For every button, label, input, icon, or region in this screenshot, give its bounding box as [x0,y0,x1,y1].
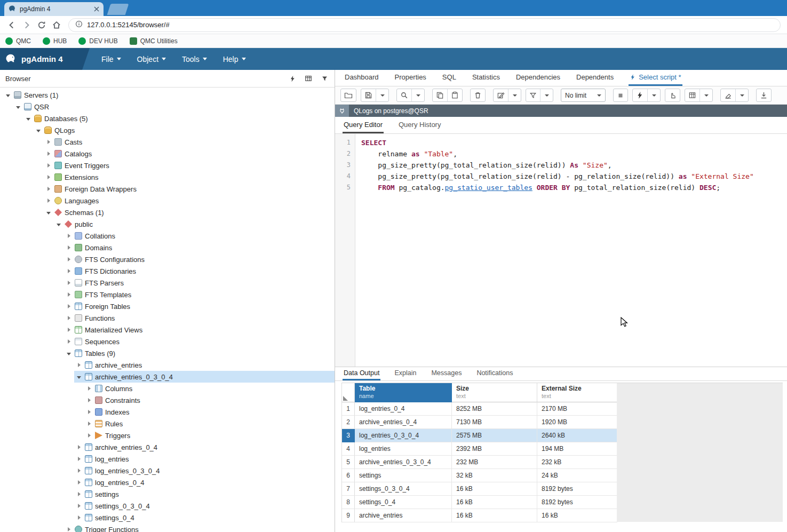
grid-row[interactable]: 5archive_entries_0_3_0_4232 MB232 kB [342,456,617,469]
chevron-down-icon[interactable] [4,91,12,99]
chevron-right-icon[interactable] [65,303,73,311]
chevron-right-icon[interactable] [45,162,53,170]
tree-item-foreign-data-wrappers[interactable]: Foreign Data Wrappers [0,183,335,195]
filter-options-caret[interactable] [540,89,553,101]
chevron-right-icon[interactable] [65,338,73,346]
tree-item-columns[interactable]: Columns [0,383,335,394]
tree-item-constraints[interactable]: Constraints [0,394,335,406]
grid-cell[interactable]: 232 kB [537,456,617,469]
column-header-external-size[interactable]: External Sizetext [537,383,617,402]
new-tab-button[interactable] [107,4,129,15]
grid-row[interactable]: 7settings_0_3_0_416 kB8192 bytes [342,482,617,496]
chevron-right-icon[interactable] [75,502,83,510]
tree-item-materialized-views[interactable]: Materialized Views [0,324,335,336]
grid-cell[interactable]: 32 kB [452,469,537,482]
forward-icon[interactable] [19,18,34,33]
grid-cell[interactable]: 232 MB [452,456,537,469]
select-all-corner[interactable] [342,383,355,402]
grid-cell[interactable]: 16 kB [452,509,537,522]
chevron-right-icon[interactable] [45,150,53,158]
chevron-down-icon[interactable] [45,209,53,217]
clear-button[interactable] [721,89,735,101]
grid-cell[interactable]: 16 kB [452,482,537,496]
tree-item-fts-dictionaries[interactable]: FTS Dictionaries [0,265,335,277]
query-tool-icon[interactable] [288,74,297,83]
tree-item-archive-entries-0-3-0-4[interactable]: archive_entries_0_3_0_4 [0,371,335,383]
chevron-right-icon[interactable] [65,256,73,264]
tree-item-settings-0-3-0-4[interactable]: settings_0_3_0_4 [0,500,335,512]
menu-tools[interactable]: Tools [182,55,207,63]
tree-item-databases-5[interactable]: Databases (5) [0,113,335,124]
tree-item-extensions[interactable]: Extensions [0,171,335,183]
sql-code[interactable]: 1SELECT2 relname as "Table",3 pg_size_pr… [335,134,787,367]
chevron-right-icon[interactable] [85,408,93,416]
tab-messages[interactable]: Messages [430,367,463,380]
edit-menu-button[interactable] [494,89,508,101]
tab-data-output[interactable]: Data Output [343,367,380,380]
tree-item-archive-entries-0-4[interactable]: archive_entries_0_4 [0,441,335,453]
find-options-caret[interactable] [411,89,424,101]
open-file-button[interactable] [341,89,356,101]
copy-button[interactable] [433,89,447,101]
tree-item-languages[interactable]: Languages [0,195,335,207]
cancel-query-button[interactable] [614,89,627,101]
row-number[interactable]: 5 [342,456,355,469]
menu-help[interactable]: Help [223,55,246,63]
browser-tab[interactable]: pgAdmin 4 [4,2,104,16]
chevron-down-icon[interactable] [25,115,33,123]
download-csv-button[interactable] [757,89,771,101]
chevron-right-icon[interactable] [85,432,93,440]
tree-item-schemas-1[interactable]: Schemas (1) [0,207,335,218]
row-number[interactable]: 4 [342,442,355,456]
bookmark-qmc[interactable]: QMC [5,37,31,45]
tree-item-public[interactable]: public [0,218,335,230]
execute-options-caret[interactable] [647,89,660,101]
tree-item-servers-1[interactable]: Servers (1) [0,89,335,101]
tab-select-script[interactable]: Select script * [629,70,682,86]
tab-notifications[interactable]: Notifications [475,367,514,380]
grid-cell[interactable]: archive_entries [355,509,452,522]
edit-options-caret[interactable] [508,89,521,101]
grid-cell[interactable]: 7130 MB [452,416,537,429]
info-icon[interactable] [75,20,83,30]
grid-cell[interactable]: 8252 MB [452,402,537,416]
tree-item-collations[interactable]: Collations [0,230,335,242]
reload-icon[interactable] [34,18,49,33]
find-button[interactable] [397,89,411,101]
row-number[interactable]: 6 [342,469,355,482]
grid-cell[interactable]: 2392 MB [452,442,537,456]
chevron-right-icon[interactable] [65,526,73,532]
tab-dashboard[interactable]: Dashboard [344,70,380,86]
sql-editor[interactable]: 1SELECT2 relname as "Table",3 pg_size_pr… [335,134,787,367]
tree-item-settings[interactable]: settings [0,488,335,500]
chevron-right-icon[interactable] [65,314,73,322]
view-data-icon[interactable] [304,74,313,83]
grid-row[interactable]: 1log_entries_0_48252 MB2170 MB [342,402,617,416]
chevron-right-icon[interactable] [75,361,83,369]
grid-cell[interactable]: 16 kB [537,509,617,522]
tree-item-tables-9[interactable]: Tables (9) [0,347,335,359]
tree-item-qsr[interactable]: QSR [0,101,335,113]
bookmark-qmc-utilities[interactable]: QMC Utilities [130,37,178,45]
tree-item-archive-entries[interactable]: archive_entries [0,359,335,371]
address-bar[interactable]: 127.0.0.1:52145/browser/# [68,18,781,32]
tab-dependents[interactable]: Dependents [575,70,615,86]
limit-select[interactable]: No limit [561,89,606,102]
menu-object[interactable]: Object [137,55,166,63]
grid-row[interactable]: 3log_entries_0_3_0_42575 MB2640 kB [342,429,617,442]
chevron-right-icon[interactable] [85,385,93,393]
paste-button[interactable] [447,89,462,101]
close-tab-icon[interactable] [94,6,99,12]
delete-button[interactable] [471,89,485,101]
tree-item-log-entries-0-4[interactable]: log_entries_0_4 [0,477,335,488]
tree-item-log-entries[interactable]: log_entries [0,453,335,465]
tree-item-settings-0-4[interactable]: settings_0_4 [0,512,335,523]
chevron-right-icon[interactable] [75,514,83,522]
column-header-table[interactable]: Tablename [355,383,452,402]
chevron-right-icon[interactable] [45,173,53,181]
touch-mode-button[interactable] [665,89,680,101]
clear-options-caret[interactable] [735,89,748,101]
bookmark-hub[interactable]: HUB [43,37,67,45]
grid-cell[interactable]: 16 kB [452,496,537,509]
chevron-down-icon[interactable] [75,373,83,381]
